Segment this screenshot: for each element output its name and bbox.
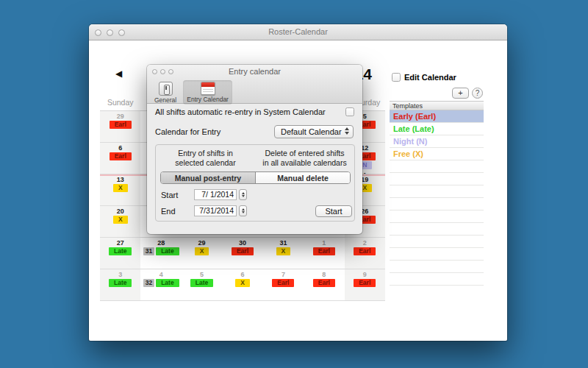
shift-badge-line: Earl <box>304 279 344 287</box>
calendar-day-cell[interactable]: 13X <box>100 174 140 205</box>
help-button[interactable]: ? <box>472 88 483 99</box>
calendar-day-cell[interactable]: 5Late <box>182 269 222 300</box>
week-number-badge[interactable]: 31 <box>143 247 154 255</box>
shift-badge-x[interactable]: X <box>113 216 128 224</box>
shift-badge-earl[interactable]: Earl <box>232 247 254 255</box>
calendar-day-cell[interactable]: 3Late <box>100 269 140 300</box>
calendar-day-cell[interactable]: 20X <box>100 206 140 237</box>
template-empty-row[interactable] <box>390 173 484 185</box>
shift-badge-x[interactable]: X <box>195 247 209 255</box>
shift-badge-line: Earl <box>100 152 140 160</box>
shift-badge-late[interactable]: Late <box>190 279 213 287</box>
toolbar-tab-entry-calendar[interactable]: Entry Calendar <box>183 80 232 105</box>
end-date-label: End <box>161 207 194 216</box>
toolbar-tab-general-label: General <box>154 96 176 104</box>
shift-badge-x[interactable]: X <box>113 184 128 192</box>
template-empty-row[interactable] <box>390 198 484 210</box>
shift-badge-x[interactable]: X <box>276 247 291 255</box>
calendar-day-cell[interactable]: 9Earl <box>345 269 385 300</box>
calendar-day-cell[interactable]: 2Earl <box>345 238 385 269</box>
shift-badge-earl[interactable]: Earl <box>110 152 132 160</box>
dialog-zoom-button[interactable] <box>168 69 173 74</box>
template-item-early[interactable]: Early (Earl) <box>390 110 484 123</box>
calendar-day-cell[interactable]: 432Late <box>140 269 181 300</box>
edit-calendar-label: Edit Calendar <box>404 73 456 82</box>
day-header-sunday: Sunday <box>100 98 140 107</box>
window-title: Roster-Calendar <box>89 24 507 40</box>
close-button[interactable] <box>95 29 101 36</box>
template-empty-row[interactable] <box>390 223 484 236</box>
shift-badge-earl[interactable]: Earl <box>110 121 132 129</box>
edit-calendar-checkbox[interactable] <box>392 73 401 82</box>
add-template-button[interactable]: + <box>452 88 469 99</box>
start-date-row: Start 7/ 1/2014 <box>161 189 247 200</box>
shift-badge-line: X <box>100 216 140 224</box>
calendar-day-cell[interactable]: 29Earl <box>100 111 140 142</box>
dialog-minimize-button[interactable] <box>160 69 165 74</box>
template-empty-row[interactable] <box>390 248 484 261</box>
prev-month-arrow-icon[interactable]: ◀ <box>115 68 122 79</box>
calendar-week-row: 27Late2831Late29X30Earl31X1Earl2Earl <box>100 238 385 269</box>
shift-badge-late[interactable]: Late <box>109 247 132 255</box>
templates-header: Templates <box>390 102 484 110</box>
main-titlebar[interactable]: Roster-Calendar <box>89 24 507 40</box>
manual-delete-button[interactable]: Manual delete <box>256 172 350 183</box>
week-number-badge[interactable]: 32 <box>143 279 154 287</box>
shift-badge-late[interactable]: Late <box>156 247 179 255</box>
calendar-day-cell[interactable]: 31X <box>263 238 304 269</box>
template-empty-row[interactable] <box>390 210 484 223</box>
shift-badge-line: X <box>263 247 304 255</box>
template-empty-row[interactable] <box>390 185 484 198</box>
calendar-day-cell[interactable]: 6X <box>222 269 262 300</box>
calendar-day-cell[interactable]: 2831Late <box>140 238 181 269</box>
template-empty-row[interactable] <box>390 236 484 248</box>
calendar-day-cell[interactable]: 1Earl <box>304 238 344 269</box>
dialog-close-button[interactable] <box>152 69 157 74</box>
shift-badge-line: Earl <box>304 247 344 255</box>
shift-badge-line: 32Late <box>140 279 181 287</box>
calendar-day-cell[interactable]: 27Late <box>100 238 140 269</box>
calendar-select-value: Default Calendar <box>281 127 342 136</box>
template-item-late[interactable]: Late (Late) <box>390 123 484 135</box>
shift-badge-earl[interactable]: Earl <box>354 279 376 287</box>
day-number: 9 <box>345 271 385 278</box>
shift-badge-earl[interactable]: Earl <box>313 279 335 287</box>
shift-badge-x[interactable]: X <box>235 279 250 287</box>
day-number: 29 <box>182 239 222 247</box>
template-empty-row[interactable] <box>390 160 484 173</box>
calendar-day-cell[interactable]: 8Earl <box>304 269 344 300</box>
minimize-button[interactable] <box>107 29 113 36</box>
calendar-day-cell[interactable]: 29X <box>182 238 222 269</box>
template-item-free[interactable]: Free (X) <box>390 148 484 160</box>
start-date-stepper[interactable] <box>239 189 247 200</box>
dialog-titlebar[interactable]: Entry calendar General Entry Calendar <box>147 65 362 104</box>
dropdown-arrows-icon <box>345 127 349 135</box>
calendar-select-dropdown[interactable]: Default Calendar <box>274 125 354 138</box>
template-empty-row[interactable] <box>390 273 484 286</box>
shift-badge-earl[interactable]: Earl <box>354 247 376 255</box>
template-empty-row[interactable] <box>390 261 484 273</box>
dialog-title: Entry calendar <box>147 65 362 79</box>
manual-post-entry-button[interactable]: Manual post-entry <box>161 172 256 183</box>
shift-badge-late[interactable]: Late <box>109 279 132 287</box>
dialog-window-controls <box>152 69 173 74</box>
shift-badge-line: Earl <box>222 247 262 255</box>
start-date-field[interactable]: 7/ 1/2014 <box>194 189 237 200</box>
day-number: 20 <box>100 208 140 215</box>
shift-badge-earl[interactable]: Earl <box>272 279 294 287</box>
calendar-day-cell[interactable]: 7Earl <box>263 269 304 300</box>
sidebar-buttons: + ? <box>452 88 483 99</box>
shift-badge-line: X <box>222 279 262 287</box>
auto-reentry-checkbox[interactable] <box>345 107 354 116</box>
end-date-stepper[interactable] <box>239 205 247 216</box>
start-button[interactable]: Start <box>315 205 352 217</box>
calendar-day-cell[interactable]: 6Earl <box>100 143 140 174</box>
zoom-button[interactable] <box>118 29 125 36</box>
calendar-day-cell[interactable]: 30Earl <box>222 238 262 269</box>
template-item-night[interactable]: Night (N) <box>390 135 484 148</box>
shift-badge-earl[interactable]: Earl <box>313 247 335 255</box>
end-date-field[interactable]: 7/31/2014 <box>194 205 237 216</box>
toolbar-tab-general[interactable]: General <box>151 80 180 105</box>
shift-badge-late[interactable]: Late <box>156 279 179 287</box>
shift-badge-line: Earl <box>263 279 304 287</box>
